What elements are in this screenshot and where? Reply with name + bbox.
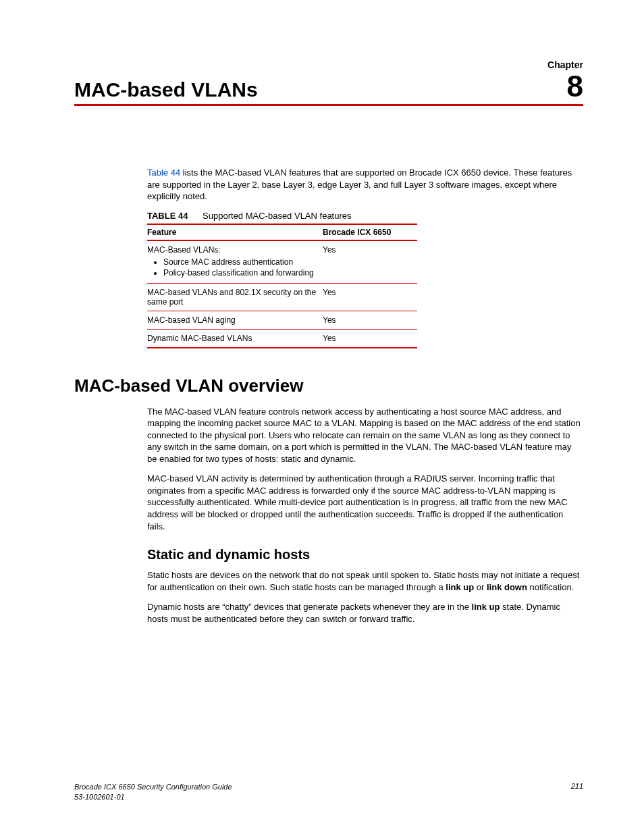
chapter-title: MAC-based VLANs (74, 78, 258, 101)
overview-p2: MAC-based VLAN activity is determined by… (147, 473, 583, 532)
intro-paragraph: Table 44 lists the MAC-based VLAN featur… (147, 167, 583, 203)
feature-text: Dynamic MAC-Based VLANs (147, 329, 323, 348)
table-row: Dynamic MAC-Based VLANs Yes (147, 329, 417, 348)
feature-value: Yes (323, 240, 417, 284)
feature-value: Yes (323, 329, 417, 348)
feature-bullet: Policy-based classification and forwardi… (163, 268, 319, 278)
table-label: TABLE 44 (147, 211, 188, 221)
feature-text: MAC-based VLANs and 802.1X security on t… (147, 283, 323, 311)
table-row: MAC-based VLANs and 802.1X security on t… (147, 283, 417, 311)
chapter-label: Chapter (74, 59, 583, 70)
feature-text: MAC-Based VLANs: (147, 245, 221, 255)
overview-heading: MAC-based VLAN overview (74, 375, 583, 396)
bold-link-up: link up (472, 602, 500, 612)
page-footer: Brocade ICX 6650 Security Configuration … (74, 782, 583, 802)
footer-title: Brocade ICX 6650 Security Configuration … (74, 782, 232, 791)
page-number: 211 (571, 782, 583, 802)
hosts-p2: Dynamic hosts are “chatty” devices that … (147, 601, 583, 625)
hosts-heading: Static and dynamic hosts (147, 547, 583, 563)
feature-value: Yes (323, 283, 417, 311)
intro-text: lists the MAC-based VLAN features that a… (147, 167, 572, 201)
feature-table: Feature Brocade ICX 6650 MAC-Based VLANs… (147, 224, 417, 348)
chapter-number: 8 (567, 72, 583, 101)
footer-docnum: 53-1002601-01 (74, 792, 232, 802)
table-caption: TABLE 44 Supported MAC-based VLAN featur… (147, 211, 583, 221)
table-row: MAC-Based VLANs: Source MAC address auth… (147, 240, 417, 284)
table-caption-text: Supported MAC-based VLAN features (203, 211, 351, 221)
col-device: Brocade ICX 6650 (323, 224, 417, 240)
bold-link-up: link up (446, 582, 474, 592)
table-ref-link[interactable]: Table 44 (147, 167, 180, 178)
hosts-p1: Static hosts are devices on the network … (147, 569, 583, 593)
feature-text: MAC-based VLAN aging (147, 311, 323, 329)
feature-value: Yes (323, 311, 417, 329)
col-feature: Feature (147, 224, 323, 240)
table-row: MAC-based VLAN aging Yes (147, 311, 417, 329)
feature-bullet: Source MAC address authentication (163, 257, 319, 267)
bold-link-down: link down (487, 582, 527, 592)
chapter-title-row: MAC-based VLANs 8 (74, 72, 583, 106)
overview-p1: The MAC-based VLAN feature controls netw… (147, 406, 583, 465)
